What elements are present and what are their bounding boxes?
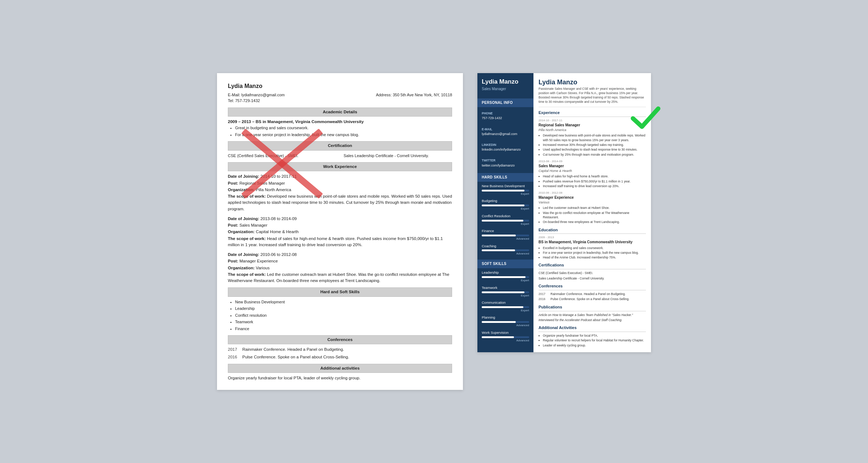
soft-skill-1: Teamwork Expert bbox=[477, 283, 533, 298]
skills-list: New Business Development Leadership Conf… bbox=[235, 299, 452, 332]
hard-skill-0: New Business Development Expert bbox=[477, 182, 533, 197]
conf-title: Conferences bbox=[539, 283, 646, 290]
org-label-2: Organization: bbox=[228, 266, 255, 270]
exp-0-b2: Used applied technologies to slash lead … bbox=[543, 147, 646, 152]
contact-row: E-Mail: lydiafmanzo@gmail.com Tel: 757-7… bbox=[228, 92, 452, 104]
exp-entry-2: 2010-06 - 2012-08 Manager Experience Var… bbox=[539, 191, 646, 224]
act-0: Organize yearly fundraiser for local PTA… bbox=[543, 333, 646, 338]
conf-year-0: 2017 bbox=[228, 346, 239, 353]
exp-1-b1: Pushed sales revenue from $750,000/yr to… bbox=[543, 179, 646, 184]
scope-label-0: The scope of work: bbox=[228, 194, 266, 198]
org-0: Pilla North America bbox=[256, 188, 291, 192]
post-label-1: Post: bbox=[228, 223, 238, 227]
org-2: Various bbox=[256, 266, 269, 270]
scope-label-2: The scope of work: bbox=[228, 272, 266, 277]
email-label: E-Mail: bbox=[228, 93, 240, 97]
soft-skill-2: Communication Expert bbox=[477, 298, 533, 313]
pub-0: Article on How to Manage a Sales Team Pu… bbox=[539, 313, 646, 317]
date-label-1: Date of Joining: bbox=[228, 216, 259, 221]
exp-0-b3: Cut turnover by 25% through team morale … bbox=[543, 152, 646, 157]
work-section-header: Work Experience bbox=[228, 162, 452, 171]
hard-skill-4: Coaching Advanced bbox=[477, 242, 533, 257]
soft-skill-4: Work Supervision Advanced bbox=[477, 328, 533, 343]
post-2: Manager Experience bbox=[239, 259, 278, 263]
cert-1: Sales Leadership Certificate - Cornell U… bbox=[344, 153, 452, 159]
edu-b0: Excelled in budgeting and sales coursewo… bbox=[543, 246, 646, 250]
experience-title: Experience bbox=[539, 110, 646, 117]
work-entry-0: Date of Joining: 2014-10 to 2017-11 Post… bbox=[228, 173, 452, 212]
sidebar-name: Lydia Manzo bbox=[482, 78, 529, 85]
work-entry-2: Date of Joining: 2010-06 to 2012-08 Post… bbox=[228, 252, 452, 284]
exp-2-b1: Was the go-to conflict resolution employ… bbox=[543, 211, 646, 220]
main-content: Lydia Manzo Passionate Sales Manager and… bbox=[533, 73, 651, 352]
exp-2-b2: On-boarded three new employees at Trent … bbox=[543, 220, 646, 224]
exp-entry-0: 2014-10 - 2017-11 Regional Sales Manager… bbox=[539, 118, 646, 157]
right-cert-1: Sales Leadership Certificate - Cornell U… bbox=[539, 276, 646, 281]
conf-desc-1: Pulse Conference. Spoke on a Panel about… bbox=[242, 354, 349, 360]
dates-0: 2014-10 to 2017-11 bbox=[260, 174, 297, 178]
sidebar-phone: Phone 757-729-1432 bbox=[477, 107, 533, 123]
post-1: Sales Manager bbox=[239, 223, 267, 227]
exp-entry-1: 2013-08 - 2014-09 Sales Manager Capital … bbox=[539, 159, 646, 188]
hard-skill-1: Budgeting Expert bbox=[477, 197, 533, 211]
right-name: Lydia Manzo bbox=[539, 77, 646, 87]
edu-bullets: Great in budgeting and sales coursework.… bbox=[235, 125, 452, 138]
sidebar-personal-section: Personal Info bbox=[477, 98, 533, 108]
conf-entry-0: 2017 Rainmaker Conference. Headed a Pane… bbox=[228, 346, 452, 353]
right-cert-0: CSE (Certified Sales Executive) - SMEI. bbox=[539, 271, 646, 275]
left-name: Lydia Manzo bbox=[228, 82, 452, 91]
resume-right: Lydia Manzo Sales Manager Personal Info … bbox=[477, 73, 651, 352]
skill-0: New Business Development bbox=[235, 299, 452, 305]
post-label-0: Post: bbox=[228, 181, 238, 185]
exp-0-b1: Increased revenue 30% through targeted s… bbox=[543, 143, 646, 147]
dates-2: 2010-06 to 2012-08 bbox=[260, 252, 297, 257]
org-label-1: Organization: bbox=[228, 230, 255, 234]
hard-skill-3: Finance Advanced bbox=[477, 227, 533, 241]
activities-title: Additional Activities bbox=[539, 325, 646, 332]
act-1: Regular volunteer to recruit helpers for… bbox=[543, 338, 646, 342]
skill-4: Finance bbox=[235, 326, 452, 332]
work-entry-1: Date of Joining: 2013-08 to 2014-09 Post… bbox=[228, 216, 452, 248]
edu-bullet-1: For a one-year senior project in leaders… bbox=[235, 132, 452, 138]
edu-b1: For a one-year senior project in leaders… bbox=[543, 251, 646, 255]
main-container: Lydia Manzo E-Mail: lydiafmanzo@gmail.co… bbox=[36, 73, 832, 390]
email-value: lydiafmanzo@gmail.com bbox=[241, 93, 285, 97]
tel-value: 757-729-1432 bbox=[235, 98, 260, 103]
edu-b2: Head of the Anime Club. Increased member… bbox=[543, 255, 646, 260]
sidebar-linkedin: LinkedIn linkedin.com/in/lydiamanzo bbox=[477, 139, 533, 154]
edu-entry: 2009 – 2013 – BS in Management, Virginia… bbox=[228, 119, 452, 138]
skill-3: Teamwork bbox=[235, 319, 452, 325]
org-1: Capital Home & Hearth bbox=[256, 230, 298, 234]
pub-title: Publications bbox=[539, 304, 646, 311]
edu-entry-right-0: 2009 - 2013 BS in Management, Virginia C… bbox=[539, 235, 646, 260]
act-2: Leader of weekly cycling group. bbox=[543, 343, 646, 348]
right-conf-1: 2016 Pulse Conference. Spoke on a Panel … bbox=[539, 297, 646, 301]
activities-section-header: Additional activities bbox=[228, 364, 452, 373]
skill-2: Conflict resolution bbox=[235, 312, 452, 319]
sidebar-hard-skills-section: Hard Skills bbox=[477, 173, 533, 182]
edu-bullet-0: Great in budgeting and sales coursework. bbox=[235, 125, 452, 131]
skills-section-header: Hard and Soft Skills bbox=[228, 287, 452, 296]
skill-1: Leadership bbox=[235, 306, 452, 312]
act-bullets: Organize yearly fundraiser for local PTA… bbox=[543, 333, 646, 348]
date-label-0: Date of Joining: bbox=[228, 174, 259, 178]
tel-label: Tel: bbox=[228, 98, 234, 103]
conf-year-1: 2016 bbox=[228, 354, 239, 360]
exp-0-b0: Developed new business with point-of-sal… bbox=[543, 133, 646, 142]
address-value: 350 5th Ave New York, NY, 10118 bbox=[393, 93, 452, 97]
education-title: Education bbox=[539, 227, 646, 234]
conf-entry-1: 2016 Pulse Conference. Spoke on a Panel … bbox=[228, 354, 452, 360]
cert-row: CSE (Certified Sales Executive) - SMEI. … bbox=[228, 153, 452, 159]
cert-section-header: Certification bbox=[228, 141, 452, 150]
hard-skill-2: Conflict Resolution Expert bbox=[477, 212, 533, 227]
scope-label-1: The scope of work: bbox=[228, 236, 266, 241]
exp-1-b0: Head of sales for high-end home & hearth… bbox=[543, 174, 646, 178]
org-label-0: Organization: bbox=[228, 188, 255, 192]
conf-section-header: Conferences bbox=[228, 335, 452, 344]
post-0: Regional Sales Manager bbox=[239, 181, 285, 185]
post-label-2: Post: bbox=[228, 259, 238, 263]
edu-dates: 2009 – 2013 bbox=[228, 119, 251, 124]
exp-2-b0: Led the customer outreach team at Hubert… bbox=[543, 206, 646, 210]
pub-1: Interviewed for the Accelerate! Podcast … bbox=[539, 318, 646, 322]
soft-skill-0: Leadership Expert bbox=[477, 268, 533, 283]
